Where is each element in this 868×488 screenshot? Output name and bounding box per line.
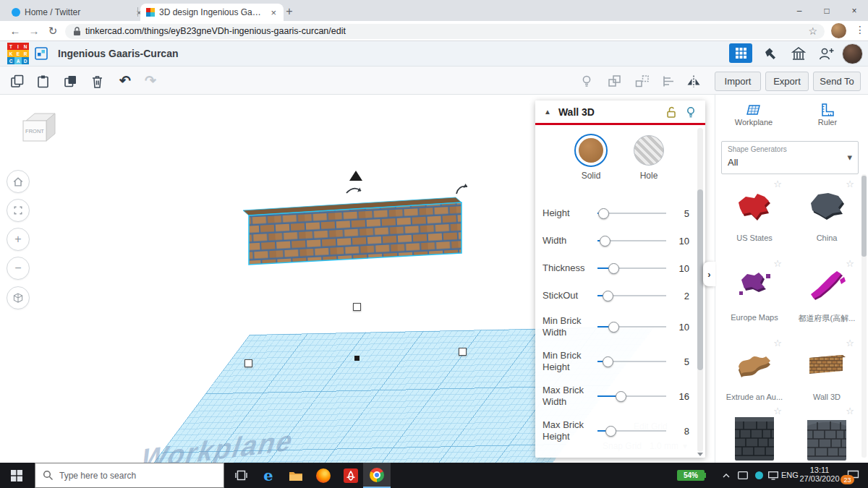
new-tab-button[interactable]: + [281, 3, 298, 20]
battery-indicator[interactable]: 54% [677, 470, 705, 481]
group-button[interactable] [605, 72, 624, 90]
favorite-star-icon[interactable]: ☆ [846, 406, 854, 416]
view-cube[interactable]: FRONT [17, 106, 59, 148]
close-window-button[interactable]: × [841, 0, 868, 21]
panel-scrollbar[interactable] [697, 128, 703, 452]
delete-button[interactable] [88, 72, 106, 90]
slider-track[interactable] [597, 235, 666, 247]
acrobat-taskbar-button[interactable] [337, 463, 365, 488]
height-handle-bottom[interactable] [354, 356, 359, 361]
scale-handle-bottom-right[interactable] [459, 348, 467, 356]
ungroup-button[interactable] [632, 72, 651, 90]
copy-button[interactable] [7, 72, 26, 90]
slider-knob[interactable] [603, 356, 613, 367]
scale-handle-top[interactable] [353, 303, 361, 311]
slider-knob[interactable] [616, 391, 626, 402]
taskbar-search-box[interactable]: Type here to search [35, 463, 224, 488]
slider-knob[interactable] [605, 426, 616, 437]
classrooms-button[interactable] [787, 43, 810, 63]
slider-knob[interactable] [600, 236, 610, 247]
home-view-button[interactable] [7, 170, 30, 193]
slider-track[interactable] [597, 321, 666, 333]
show-hide-button[interactable] [577, 72, 596, 90]
account-avatar[interactable] [842, 43, 863, 64]
shape-tile-us-states[interactable]: ☆ US States [721, 179, 788, 257]
chrome-taskbar-button[interactable] [363, 463, 391, 488]
visibility-bulb-icon[interactable] [685, 106, 697, 119]
export-button[interactable]: Export [765, 72, 809, 91]
favorite-star-icon[interactable]: ☆ [773, 258, 782, 269]
browser-tab-home-twitter[interactable]: Home / Twitter × [6, 4, 149, 21]
dashboard-grid-button[interactable] [729, 43, 752, 63]
undo-icon[interactable]: ↶ [119, 72, 131, 89]
zoom-out-button[interactable]: − [7, 257, 30, 280]
ruler-helper[interactable]: Ruler [805, 102, 850, 127]
shape-generators-dropdown[interactable]: Shape Generators All ▾ [721, 141, 859, 174]
panel-scrollbar-thumb[interactable] [697, 189, 703, 370]
perspective-toggle-button[interactable] [7, 286, 30, 309]
shape-tile-wall-3d[interactable]: ☆ Wall 3D [793, 338, 860, 416]
send-to-button[interactable]: Send To [813, 72, 861, 91]
favorite-star-icon[interactable]: ☆ [773, 179, 782, 189]
raise-cone-handle[interactable] [349, 171, 362, 181]
bookmark-star-icon[interactable]: ☆ [808, 25, 817, 37]
hole-swatch[interactable] [634, 135, 664, 166]
shape-tile-china[interactable]: ☆ China [793, 179, 860, 257]
scroll-down-arrow-icon[interactable] [697, 453, 703, 456]
mirror-button[interactable] [684, 72, 703, 90]
slider-knob[interactable] [608, 263, 619, 274]
browser-menu-kebab-icon[interactable]: ⋮ [855, 24, 865, 35]
sidebar-scrollbar[interactable] [861, 174, 867, 458]
clock[interactable]: 13:11 27/03/2020 [799, 466, 841, 483]
shape-tile-europe-maps[interactable]: ☆ Europe Maps [721, 258, 788, 336]
favorite-star-icon[interactable]: ☆ [773, 406, 782, 416]
favorite-star-icon[interactable]: ☆ [846, 179, 854, 189]
paste-button[interactable] [33, 72, 52, 90]
slider-track[interactable] [597, 262, 666, 274]
slider-track[interactable] [597, 207, 666, 219]
minimize-button[interactable]: – [786, 0, 813, 21]
action-center-button[interactable]: 23 [842, 463, 864, 488]
rotate-handle-front[interactable] [344, 184, 363, 195]
favorite-star-icon[interactable]: ☆ [846, 258, 854, 269]
slider-track[interactable] [597, 290, 666, 301]
refresh-icon[interactable]: ↻ [43, 25, 62, 38]
workplane-helper[interactable]: Workplane [731, 102, 776, 127]
favorite-star-icon[interactable]: ☆ [846, 338, 854, 348]
shape-tile-extrude[interactable]: ☆ Extrude an Au... [721, 338, 788, 416]
solid-swatch[interactable] [574, 134, 608, 167]
zoom-in-button[interactable]: + [7, 228, 30, 251]
file-explorer-taskbar-button[interactable] [282, 463, 310, 488]
browser-profile-avatar[interactable] [831, 23, 846, 38]
tray-display-icon[interactable] [765, 463, 781, 488]
rotate-handle-side[interactable] [454, 183, 470, 196]
add-user-button[interactable] [814, 43, 838, 63]
slider-knob[interactable] [598, 208, 609, 219]
shape-tile-japan-prefectures[interactable]: ☆ 都道府県(高解... [793, 258, 860, 336]
slider-knob[interactable] [603, 291, 613, 301]
slider-track[interactable] [597, 425, 666, 437]
redo-icon[interactable]: ↷ [145, 72, 156, 89]
shape-tile-stone-wall-a[interactable]: ☆ [721, 406, 788, 463]
browser-tab-tinkercad[interactable]: 3D design Ingenious Gaaris-Curc... × [140, 4, 284, 21]
tray-expand-button[interactable] [718, 463, 735, 488]
duplicate-button[interactable] [61, 72, 80, 90]
back-icon[interactable]: ← [6, 25, 25, 37]
unlock-icon[interactable] [665, 106, 678, 119]
shape-tile-stone-wall-b[interactable]: ☆ [793, 406, 860, 463]
slider-track[interactable] [597, 390, 666, 402]
panel-collapse-icon[interactable]: ▲ [544, 108, 551, 116]
sidebar-collapse-tab[interactable]: › [703, 262, 715, 286]
slider-knob[interactable] [608, 322, 619, 333]
align-button[interactable] [658, 72, 677, 90]
fit-view-button[interactable] [7, 199, 30, 222]
omnibox[interactable]: tinkercad.com/things/eyB23gneVDh-ingenio… [65, 24, 825, 39]
tray-app-icon[interactable] [751, 463, 767, 488]
slider-track[interactable] [597, 356, 666, 367]
tinker-tools-button[interactable] [758, 43, 781, 63]
sidebar-scrollbar-thumb[interactable] [861, 176, 867, 257]
firefox-taskbar-button[interactable] [310, 463, 337, 488]
start-button[interactable] [3, 463, 30, 488]
language-indicator[interactable]: ENG [781, 471, 799, 479]
maximize-button[interactable]: □ [813, 0, 841, 21]
